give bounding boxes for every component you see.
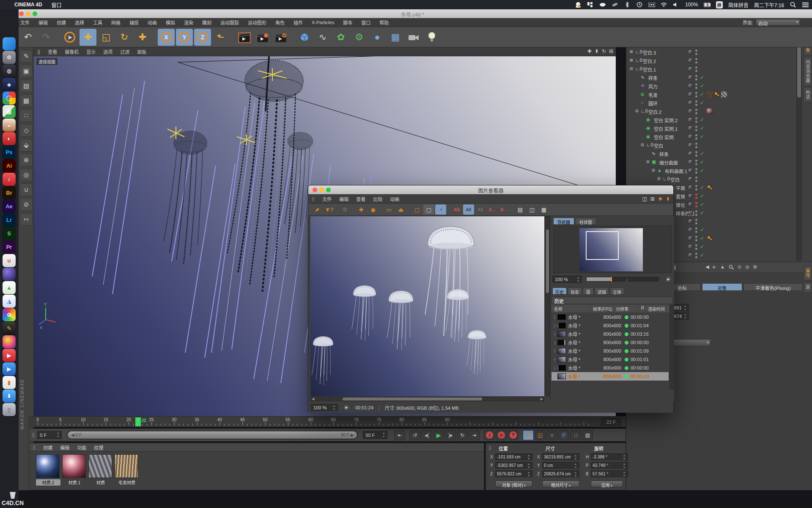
quantize-button[interactable]: ∺ <box>20 213 33 226</box>
coord-value-field[interactable]: 20825.674 cm <box>542 470 579 477</box>
object-row-毛发[interactable]: ψ毛发✓ <box>626 90 803 99</box>
edges-mode-button[interactable]: ◇ <box>20 124 33 137</box>
object-row-空白.3[interactable]: ⊞∟0空白.3 <box>626 48 803 56</box>
am-lock-icon[interactable]: ⊙ <box>738 264 741 270</box>
object-name[interactable]: 置换 <box>676 193 685 200</box>
app-menu-0[interactable]: 文件 <box>20 19 30 26</box>
object-name[interactable]: 空白 实例.1 <box>654 125 678 132</box>
goto-start-button[interactable]: ⇤ <box>394 430 405 440</box>
move-tool[interactable]: ✚ <box>80 29 96 46</box>
material-dark-tag[interactable] <box>707 108 713 114</box>
film-strip-button[interactable]: ▤ <box>515 204 526 215</box>
record-keyframe-button[interactable]: ⚷ <box>484 430 495 440</box>
pv-menu-2[interactable]: 查看 <box>356 196 365 202</box>
viewport-menu-5[interactable]: 面板 <box>137 48 146 55</box>
polygons-mode-button[interactable]: ⬙ <box>20 139 33 152</box>
save-image-button[interactable]: ▼? <box>324 204 335 215</box>
pv-panel-tab-层[interactable]: 层 <box>583 287 594 295</box>
coord-value-field[interactable]: -5302.957 cm <box>495 462 532 469</box>
object-name[interactable]: 圆环 <box>648 100 658 107</box>
enabled-check-icon[interactable]: ✓ <box>700 193 704 199</box>
material-menu-2[interactable]: 功能 <box>77 444 86 451</box>
object-name[interactable]: 空白 实例.2 <box>654 117 678 124</box>
visibility-dots[interactable] <box>695 83 697 90</box>
pv-panel-tab-滤镜[interactable]: 滤镜 <box>595 287 609 295</box>
add-light[interactable] <box>423 29 440 46</box>
dock-photos[interactable]: ▲ <box>3 281 16 294</box>
navigator-zoom-button[interactable]: ▶ <box>665 276 672 283</box>
expander-icon[interactable]: ⊟ <box>635 109 639 113</box>
visibility-dots[interactable] <box>695 168 697 175</box>
layer-toggle[interactable] <box>688 126 693 130</box>
orange-dots-tag[interactable] <box>707 185 713 190</box>
object-name[interactable]: 空白.2 <box>643 58 656 64</box>
am-target-icon[interactable]: ◎ <box>745 264 749 270</box>
dock-app-red[interactable]: ◐ <box>3 132 16 145</box>
end-frame-field[interactable]: 90 F <box>363 431 387 439</box>
navigator-zoom-slider[interactable] <box>586 277 659 282</box>
record-position-toggle[interactable]: ✚ <box>523 430 534 440</box>
app-menu-14[interactable]: 插件 <box>294 19 303 26</box>
drag-handle-icon[interactable]: ⣿ <box>488 445 491 450</box>
zoom-100-button[interactable]: ◉ <box>368 204 379 215</box>
am-side-tab-0[interactable]: 属性 <box>804 265 812 281</box>
enabled-check-icon[interactable]: ✓ <box>700 151 704 157</box>
object-row-空白 实例.1[interactable]: ◉空白 实例.1✓ <box>626 124 803 133</box>
enabled-check-icon[interactable]: ✓ <box>700 202 704 207</box>
compare-ab-button[interactable]: ◔ <box>435 204 446 215</box>
pv-play-button[interactable]: ▶ <box>343 404 350 411</box>
input-method-name[interactable]: 简体拼音 <box>728 1 749 8</box>
am-tab-平滑着色(Phong)[interactable]: 平滑着色(Phong) <box>743 283 803 291</box>
object-row-样条[interactable]: ∿样条✓ <box>626 149 803 158</box>
pv-menu-3[interactable]: 比较 <box>373 196 382 202</box>
app-menu-2[interactable]: 创建 <box>57 19 66 26</box>
history-row-1[interactable]: ├水母 *800x60000:01:04 <box>551 321 669 330</box>
app-menu-12[interactable]: 运动图形 <box>248 19 266 26</box>
dock-triangle-app[interactable]: ◮ <box>3 295 16 308</box>
enabled-check-icon[interactable]: ✓ <box>700 252 704 258</box>
app-menu-8[interactable]: 模拟 <box>166 19 175 26</box>
om-side-tab-1[interactable]: 内容浏览器 <box>804 57 812 86</box>
render-settings-button[interactable] <box>272 29 289 46</box>
layer-toggle[interactable] <box>688 100 693 105</box>
pv-menu-1[interactable]: 编辑 <box>339 196 348 202</box>
object-row-风力[interactable]: ✳风力✓ <box>626 82 803 90</box>
lock-z-axis[interactable]: Z <box>194 29 211 46</box>
dock-substance[interactable]: S <box>3 227 16 240</box>
layer-toggle[interactable] <box>688 58 693 63</box>
layer-toggle[interactable] <box>688 193 693 198</box>
timeline-playhead[interactable] <box>135 417 141 426</box>
viewport-menu-0[interactable]: 查看 <box>48 48 57 55</box>
record-parameter-toggle[interactable]: Ⓟ <box>558 430 569 440</box>
pv-pane-icon-2[interactable]: ✚ <box>658 196 662 202</box>
dock-app-blue-dark[interactable]: ◈ <box>3 78 16 91</box>
texture-mode-button[interactable]: ▨ <box>20 80 33 92</box>
enabled-check-icon[interactable]: ✓ <box>700 134 704 140</box>
enabled-check-icon[interactable]: ✓ <box>700 117 704 123</box>
navigator-preview[interactable] <box>553 226 672 273</box>
object-name[interactable]: 空白 <box>654 142 663 149</box>
layer-toggle[interactable] <box>688 151 693 156</box>
app-menu-18[interactable]: 帮助 <box>379 19 389 26</box>
coord-value-field[interactable]: -3.388 ° <box>591 453 628 460</box>
enabled-check-icon[interactable]: ✓ <box>700 244 704 250</box>
app-menu-10[interactable]: 雕刻 <box>202 19 211 26</box>
visibility-dots[interactable] <box>695 75 697 82</box>
layer-toggle[interactable] <box>688 210 693 215</box>
render-view-button[interactable] <box>236 29 253 46</box>
record-scale-toggle[interactable]: ◱ <box>535 430 546 440</box>
layer-toggle[interactable] <box>688 177 693 181</box>
object-name[interactable]: 风力 <box>648 83 658 90</box>
cloud-icon[interactable] <box>599 1 606 8</box>
app-menu-3[interactable]: 选择 <box>75 19 84 26</box>
material-材质.2[interactable]: 材质.2 <box>36 454 60 486</box>
am-side-tab-1[interactable]: 层 <box>804 282 812 293</box>
visibility-dots[interactable] <box>695 92 697 99</box>
app-menu-13[interactable]: 角色 <box>275 19 285 26</box>
wifi-icon[interactable] <box>661 1 667 8</box>
viewport-menu-3[interactable]: 选项 <box>103 48 112 55</box>
material-材质.1[interactable]: 材质.1 <box>62 454 87 486</box>
object-row-布料曲面.1[interactable]: ⊟▲布料曲面.1✓ <box>626 166 803 175</box>
last-used-tool[interactable]: ✚ <box>134 29 151 46</box>
show-border-a-button[interactable]: ▢ <box>411 204 422 215</box>
